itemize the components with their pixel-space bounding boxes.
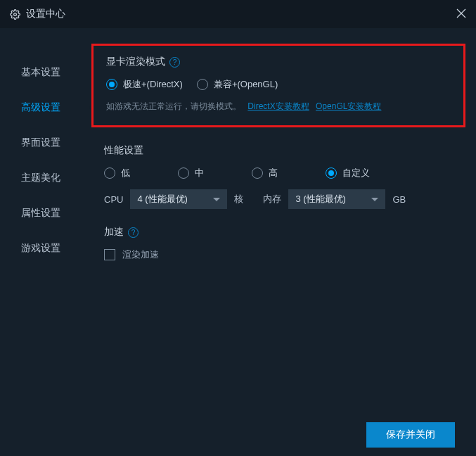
sidebar-item-label: 高级设置 <box>21 101 60 114</box>
radio-circle-icon <box>252 167 263 179</box>
close-icon[interactable] <box>456 8 466 20</box>
chevron-down-icon <box>371 198 378 201</box>
sidebar-item-theme[interactable]: 主题美化 <box>0 160 91 196</box>
radio-circle-icon <box>106 79 117 90</box>
select-value: 4 (性能最优) <box>137 193 188 205</box>
accel-section: 加速 ? 渲染加速 <box>91 226 465 261</box>
radio-circle-icon <box>178 167 189 179</box>
sidebar-item-label: 游戏设置 <box>21 242 60 255</box>
perf-title: 性能设置 <box>104 144 465 157</box>
radio-mid[interactable]: 中 <box>178 167 252 179</box>
mem-select[interactable]: 3 (性能最优) <box>288 189 385 209</box>
sidebar-item-game[interactable]: 游戏设置 <box>0 231 91 266</box>
radio-circle-icon <box>197 79 208 90</box>
footer: 保存并关闭 <box>0 414 476 456</box>
window-title: 设置中心 <box>26 8 456 20</box>
sidebar-item-interface[interactable]: 界面设置 <box>0 125 91 160</box>
radio-label: 极速+(DirectX) <box>123 78 183 91</box>
hint-text: 如游戏无法正常运行，请切换模式。 <box>106 101 241 111</box>
accel-title: 加速 ? <box>104 226 465 239</box>
svg-point-0 <box>14 13 17 15</box>
radio-label: 自定义 <box>342 167 370 179</box>
sidebar-item-basic[interactable]: 基本设置 <box>0 55 91 90</box>
radio-circle-icon <box>104 167 115 179</box>
content: 显卡渲染模式 ? 极速+(DirectX) 兼容+(OpenGL) 如游戏无法正… <box>91 28 476 414</box>
sidebar-item-label: 属性设置 <box>21 207 60 220</box>
radio-circle-icon <box>326 167 337 179</box>
checkbox-render-accel[interactable] <box>104 249 115 260</box>
link-opengl-tutorial[interactable]: OpenGL安装教程 <box>316 101 381 111</box>
gb-label: GB <box>392 194 406 205</box>
render-hint: 如游戏无法正常运行，请切换模式。 DirectX安装教程 OpenGL安装教程 <box>106 101 451 113</box>
help-icon[interactable]: ? <box>128 227 139 238</box>
radio-opengl[interactable]: 兼容+(OpenGL) <box>197 78 278 91</box>
radio-label: 低 <box>121 167 130 179</box>
section-title-text: 性能设置 <box>104 144 143 157</box>
radio-high[interactable]: 高 <box>252 167 326 179</box>
sidebar-item-label: 主题美化 <box>21 172 60 184</box>
radio-label: 高 <box>269 167 278 179</box>
performance-section: 性能设置 低 中 高 自定义 <box>91 144 465 209</box>
select-value: 3 (性能最优) <box>295 193 346 205</box>
sidebar: 基本设置 高级设置 界面设置 主题美化 属性设置 游戏设置 <box>0 28 91 414</box>
render-mode-section: 显卡渲染模式 ? 极速+(DirectX) 兼容+(OpenGL) 如游戏无法正… <box>91 44 465 127</box>
titlebar: 设置中心 <box>0 0 476 28</box>
sidebar-item-label: 基本设置 <box>21 66 60 79</box>
sidebar-item-label: 界面设置 <box>21 137 60 149</box>
radio-low[interactable]: 低 <box>104 167 178 179</box>
radio-directx[interactable]: 极速+(DirectX) <box>106 78 183 91</box>
chevron-down-icon <box>213 198 220 201</box>
radio-label: 兼容+(OpenGL) <box>214 78 278 91</box>
help-icon[interactable]: ? <box>169 57 180 68</box>
section-title-text: 显卡渲染模式 <box>106 56 165 68</box>
sidebar-item-property[interactable]: 属性设置 <box>0 196 91 231</box>
gear-icon <box>10 9 20 20</box>
sidebar-item-advanced[interactable]: 高级设置 <box>0 90 91 125</box>
checkbox-label: 渲染加速 <box>122 248 159 261</box>
section-title-text: 加速 <box>104 226 124 239</box>
cpu-select[interactable]: 4 (性能最优) <box>130 189 227 209</box>
mem-label: 内存 <box>263 193 281 205</box>
radio-custom[interactable]: 自定义 <box>326 167 399 179</box>
save-close-button[interactable]: 保存并关闭 <box>366 422 455 448</box>
link-directx-tutorial[interactable]: DirectX安装教程 <box>247 101 309 111</box>
radio-label: 中 <box>195 167 204 179</box>
core-label: 核 <box>234 193 243 205</box>
render-title: 显卡渲染模式 ? <box>106 56 451 68</box>
cpu-label: CPU <box>104 194 123 205</box>
